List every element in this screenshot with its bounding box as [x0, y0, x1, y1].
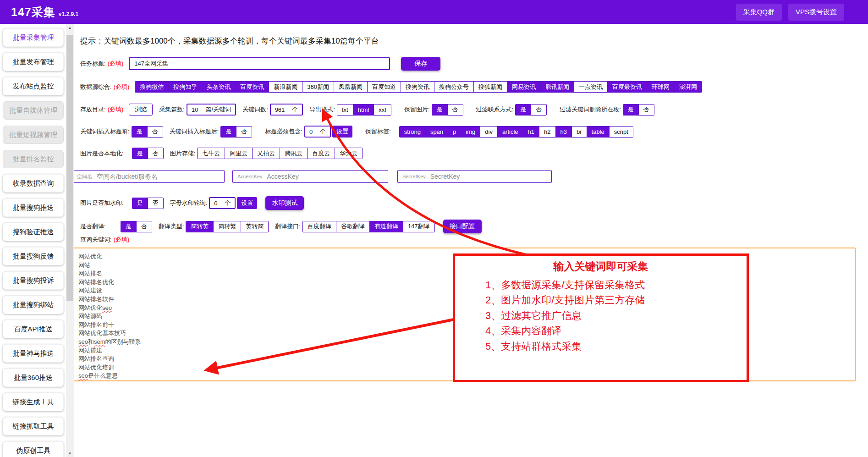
- sidebar-item-链接生成工具[interactable]: 链接生成工具: [3, 393, 64, 411]
- option-h2[interactable]: h2: [539, 127, 555, 137]
- option-腾讯新闻[interactable]: 腾讯新闻: [540, 82, 574, 92]
- option-搜狗公众号[interactable]: 搜狗公众号: [434, 82, 473, 92]
- option-百度知道[interactable]: 百度知道: [367, 82, 401, 92]
- option-搜狗微信[interactable]: 搜狗微信: [135, 82, 168, 92]
- bucket-name-input[interactable]: [97, 173, 220, 180]
- option-article[interactable]: article: [497, 127, 523, 137]
- qq-group-button[interactable]: 采集QQ群: [736, 4, 782, 21]
- option-h3[interactable]: h3: [555, 127, 571, 137]
- sidebar-item-批量搜狗反馈[interactable]: 批量搜狗反馈: [3, 247, 64, 265]
- option-腾讯云[interactable]: 腾讯云: [280, 148, 307, 159]
- scroll-up-icon[interactable]: ▲: [66, 24, 74, 31]
- browse-button[interactable]: 浏览: [129, 104, 153, 116]
- option-否[interactable]: 否: [147, 127, 163, 137]
- save-button[interactable]: 保存: [401, 57, 440, 71]
- option-搜狐新闻[interactable]: 搜狐新闻: [473, 82, 507, 92]
- option-xxf[interactable]: xxf: [374, 105, 391, 115]
- task-title-input[interactable]: [129, 57, 390, 70]
- sidebar-item-批量发布管理[interactable]: 批量发布管理: [3, 53, 64, 71]
- sidebar-item-发布站点监控[interactable]: 发布站点监控: [3, 77, 64, 95]
- option-一点资讯[interactable]: 一点资讯: [574, 82, 607, 92]
- option-否[interactable]: 否: [531, 105, 546, 115]
- option-是[interactable]: 是: [121, 221, 136, 232]
- option-h1[interactable]: h1: [523, 127, 539, 137]
- option-百度云[interactable]: 百度云: [307, 148, 335, 159]
- option-否[interactable]: 否: [236, 127, 252, 137]
- option-是[interactable]: 是: [221, 127, 236, 137]
- option-否[interactable]: 否: [148, 148, 163, 159]
- option-简转繁[interactable]: 简转繁: [213, 221, 241, 232]
- option-搜狗资讯[interactable]: 搜狗资讯: [401, 82, 434, 92]
- option-英转简[interactable]: 英转简: [241, 221, 268, 232]
- option-div[interactable]: div: [480, 127, 497, 137]
- option-360新闻[interactable]: 360新闻: [302, 82, 334, 92]
- option-是[interactable]: 是: [132, 148, 148, 159]
- option-是[interactable]: 是: [623, 105, 638, 115]
- option-否[interactable]: 否: [136, 221, 152, 232]
- api-config-button[interactable]: 接口配置: [443, 220, 482, 233]
- option-新浪新闻[interactable]: 新浪新闻: [269, 82, 302, 92]
- option-有道翻译[interactable]: 有道翻译: [369, 221, 403, 232]
- sidebar-item-批量搜狗绑站[interactable]: 批量搜狗绑站: [3, 296, 64, 314]
- sidebar-item-批量搜狗投诉[interactable]: 批量搜狗投诉: [3, 271, 64, 290]
- option-br[interactable]: br: [571, 127, 587, 137]
- option-七牛云[interactable]: 七牛云: [198, 148, 225, 159]
- vps-dial-settings-button[interactable]: VPS拨号设置: [788, 4, 844, 21]
- option-p[interactable]: p: [448, 127, 461, 137]
- option-头条资讯[interactable]: 头条资讯: [202, 82, 235, 92]
- option-是[interactable]: 是: [516, 105, 531, 115]
- watermark-set-button[interactable]: 设置: [237, 197, 257, 209]
- keyword-count-input[interactable]: 961 个: [270, 104, 303, 116]
- option-span[interactable]: span: [425, 127, 448, 137]
- option-html[interactable]: html: [353, 105, 374, 115]
- sidebar-item-批量采集管理[interactable]: 批量采集管理: [3, 28, 64, 47]
- option-table[interactable]: table: [587, 127, 609, 137]
- article-count-input[interactable]: 10 篇/关键词: [187, 104, 236, 116]
- option-是[interactable]: 是: [132, 127, 147, 137]
- scroll-down-icon[interactable]: ▼: [66, 450, 74, 457]
- option-strong[interactable]: strong: [400, 127, 425, 137]
- sidebar-item-百度API推送[interactable]: 百度API推送: [3, 320, 64, 338]
- option-搜狗知乎[interactable]: 搜狗知乎: [168, 82, 202, 92]
- option-网易资讯[interactable]: 网易资讯: [507, 82, 540, 92]
- sidebar-scrollbar[interactable]: ▲ ▼: [66, 24, 74, 457]
- option-百度翻译[interactable]: 百度翻译: [303, 221, 336, 232]
- sidebar-item-搜狗验证推送[interactable]: 搜狗验证推送: [3, 223, 64, 241]
- sidebar-item-批量360推送[interactable]: 批量360推送: [3, 369, 64, 387]
- option-简转英[interactable]: 简转英: [186, 221, 213, 232]
- watermark-test-button[interactable]: 水印测试: [265, 196, 304, 210]
- watermark-rotate-input[interactable]: 0 个: [209, 197, 236, 209]
- option-澎湃网[interactable]: 澎湃网: [674, 82, 702, 92]
- option-凤凰新闻[interactable]: 凤凰新闻: [334, 82, 367, 92]
- option-环球网[interactable]: 环球网: [647, 82, 674, 92]
- option-谷歌翻译[interactable]: 谷歌翻译: [336, 221, 369, 232]
- option-阿里云[interactable]: 阿里云: [225, 148, 252, 159]
- sidebar-item-链接抓取工具[interactable]: 链接抓取工具: [3, 417, 64, 435]
- sidebar-item-伪原创工具[interactable]: 伪原创工具: [3, 441, 64, 457]
- option-txt[interactable]: txt: [337, 105, 353, 115]
- option-否[interactable]: 否: [638, 105, 654, 115]
- option-否[interactable]: 否: [447, 105, 463, 115]
- option-img[interactable]: img: [461, 127, 480, 137]
- option-百度最资讯[interactable]: 百度最资讯: [607, 82, 647, 92]
- secretkey-field[interactable]: SecretKey: [397, 170, 552, 183]
- option-是[interactable]: 是: [132, 198, 148, 209]
- scrollbar-thumb[interactable]: [66, 35, 73, 301]
- secretkey-input[interactable]: [430, 173, 547, 180]
- title-contain-set-button[interactable]: 设置: [332, 126, 352, 138]
- option-华为云[interactable]: 华为云: [335, 148, 362, 159]
- option-是[interactable]: 是: [432, 105, 447, 115]
- title-must-contain-input[interactable]: 0 个: [304, 126, 331, 138]
- option-否[interactable]: 否: [148, 198, 163, 209]
- bucket-name-field[interactable]: 空间名: [72, 170, 225, 183]
- accesskey-input[interactable]: [267, 173, 383, 180]
- option-又拍云[interactable]: 又拍云: [252, 148, 280, 159]
- option-script[interactable]: script: [609, 127, 633, 137]
- sidebar-item-批量搜狗推送[interactable]: 批量搜狗推送: [3, 198, 64, 217]
- text-line: 4、采集内容翻译: [485, 323, 747, 338]
- accesskey-field[interactable]: AccessKey: [232, 170, 388, 183]
- sidebar-item-收录数据查询[interactable]: 收录数据查询: [3, 174, 64, 193]
- sidebar-item-批量神马推送[interactable]: 批量神马推送: [3, 344, 64, 363]
- option-百度资讯[interactable]: 百度资讯: [235, 82, 269, 92]
- option-147翻译[interactable]: 147翻译: [403, 221, 434, 232]
